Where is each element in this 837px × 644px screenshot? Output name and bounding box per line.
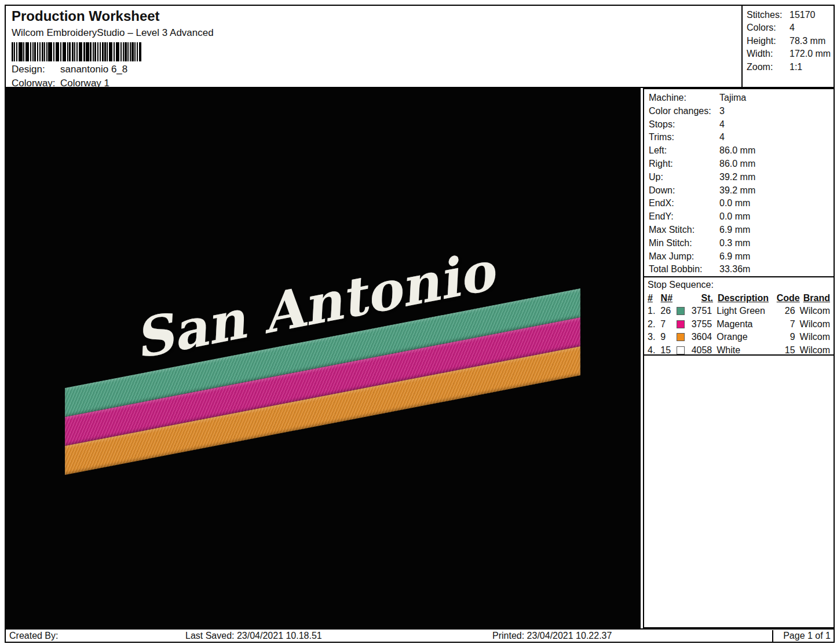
trims-value: 4 xyxy=(719,132,725,142)
stat-row: Stitches:15170 xyxy=(747,9,834,21)
embroidery-design-preview: San Antonio xyxy=(5,88,641,628)
machine-info-row: Trims:4 xyxy=(649,131,829,144)
thread-color-swatch xyxy=(677,346,685,354)
design-label: Design: xyxy=(12,64,60,75)
machine-info-row: Left:86.0 mm xyxy=(649,144,829,158)
stop-sequence-header: # N# St. Description Code Brand xyxy=(648,292,830,305)
right-value: 86.0 mm xyxy=(719,159,755,169)
colorway-row: Colorway:Colorway 1 xyxy=(12,78,736,89)
stat-row: Colors:4 xyxy=(747,21,834,34)
colorway-value: Colorway 1 xyxy=(60,78,109,89)
stop-sequence-box: Stop Sequence: # N# St. Description Code… xyxy=(643,276,835,356)
color-changes-value: 3 xyxy=(719,106,725,116)
barcode-image xyxy=(12,42,141,61)
machine-info-row: Total Bobbin:33.36m xyxy=(649,263,829,276)
machine-info-row: Min Stitch:0.3 mm xyxy=(649,237,829,250)
machine-info-row: EndX:0.0 mm xyxy=(649,197,829,210)
stitches-value: 15170 xyxy=(790,10,816,20)
machine-info-row: Stops:4 xyxy=(649,118,829,131)
max-jump-value: 6.9 mm xyxy=(719,251,750,261)
worksheet-header: Production Worksheet Wilcom EmbroiderySt… xyxy=(5,5,743,88)
machine-info-row: Max Stitch:6.9 mm xyxy=(649,224,829,237)
machine-info-row: Machine:Tajima xyxy=(649,92,829,105)
up-value: 39.2 mm xyxy=(719,172,755,182)
max-stitch-value: 6.9 mm xyxy=(719,225,750,235)
thread-color-swatch xyxy=(677,320,685,328)
software-subtitle: Wilcom EmbroideryStudio – Level 3 Advanc… xyxy=(12,27,736,39)
endx-value: 0.0 mm xyxy=(719,198,750,208)
zoom-value: 1:1 xyxy=(790,62,802,72)
page-title: Production Worksheet xyxy=(12,8,736,24)
design-row: Design:sanantonio 6_8 xyxy=(12,64,736,75)
machine-info-box: Machine:Tajima Color changes:3 Stops:4 T… xyxy=(643,88,835,277)
machine-info-row: EndY:0.0 mm xyxy=(649,210,829,224)
down-value: 39.2 mm xyxy=(719,185,755,195)
colors-value: 4 xyxy=(790,23,795,32)
last-saved-text: Last Saved: 23/04/2021 10.18.51 xyxy=(185,630,322,642)
colorway-label: Colorway: xyxy=(12,78,60,89)
machine-info-row: Up:39.2 mm xyxy=(649,171,829,184)
thread-color-swatch xyxy=(677,333,685,341)
printed-text: Printed: 23/04/2021 10.22.37 xyxy=(492,630,612,642)
stat-row: Width:172.0 mm xyxy=(747,47,834,60)
stop-sequence-row: 1. 26 3751 Light Green 26 Wilcom xyxy=(648,305,830,318)
stop-sequence-row: 2. 7 3755 Magenta 7 Wilcom xyxy=(648,318,830,331)
stops-value: 4 xyxy=(719,119,725,129)
footer-bar: Created By: Last Saved: 23/04/2021 10.18… xyxy=(5,628,835,643)
machine-info-row: Color changes:3 xyxy=(649,105,829,118)
page-number-text: Page 1 of 1 xyxy=(783,630,831,642)
left-value: 86.0 mm xyxy=(719,145,755,155)
thread-color-swatch xyxy=(677,307,685,315)
machine-info-row: Right:86.0 mm xyxy=(649,158,829,171)
stop-sequence-row: 3. 9 3604 Orange 9 Wilcom xyxy=(648,331,830,344)
width-value: 172.0 mm xyxy=(790,49,831,58)
created-by-label: Created By: xyxy=(9,630,58,642)
total-bobbin-value: 33.36m xyxy=(719,264,750,274)
min-stitch-value: 0.3 mm xyxy=(719,238,750,248)
notes-box xyxy=(643,354,835,628)
machine-info-row: Down:39.2 mm xyxy=(649,184,829,197)
stat-row: Height:78.3 mm xyxy=(747,35,834,47)
height-value: 78.3 mm xyxy=(790,36,825,46)
machine-info-row: Max Jump:6.9 mm xyxy=(649,250,829,264)
machine-value: Tajima xyxy=(719,93,746,103)
stat-row: Zoom:1:1 xyxy=(747,61,834,74)
stop-sequence-title: Stop Sequence: xyxy=(648,279,830,292)
design-stats-box: Stitches:15170 Colors:4 Height:78.3 mm W… xyxy=(741,5,835,88)
endy-value: 0.0 mm xyxy=(719,211,750,221)
design-name-value: sanantonio 6_8 xyxy=(60,64,127,75)
